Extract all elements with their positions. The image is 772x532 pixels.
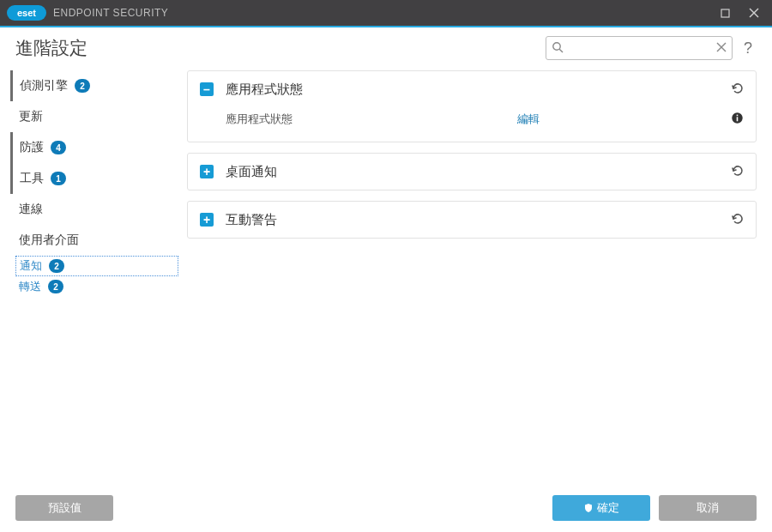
window-close-button[interactable] (739, 0, 769, 26)
defaults-button[interactable]: 預設值 (15, 495, 113, 521)
svg-text:eset: eset (17, 8, 36, 18)
badge: 2 (75, 79, 90, 93)
expand-icon[interactable]: + (200, 213, 214, 227)
collapse-icon[interactable]: – (200, 82, 214, 96)
cancel-button[interactable]: 取消 (659, 495, 757, 521)
svg-point-5 (553, 42, 560, 49)
brand-logo: eset (7, 5, 46, 21)
setting-row-app-status: 應用程式狀態 編輯 (226, 107, 744, 131)
badge: 4 (51, 141, 66, 154)
panel-header[interactable]: + 桌面通知 (188, 154, 756, 190)
undo-icon[interactable] (730, 164, 744, 180)
svg-line-6 (559, 49, 563, 52)
undo-icon[interactable] (730, 212, 744, 228)
sidebar-item-label: 連線 (19, 202, 43, 217)
panel-interactive-alerts: + 互動警告 (187, 201, 757, 239)
undo-icon[interactable] (730, 82, 744, 98)
sidebar-item-label: 更新 (19, 109, 43, 124)
badge: 2 (49, 259, 64, 273)
badge: 1 (51, 172, 66, 185)
panel-title: 桌面通知 (226, 164, 730, 180)
sidebar-item-connection[interactable]: 連線 (15, 194, 178, 225)
shield-icon (583, 503, 594, 513)
panel-body: 應用程式狀態 編輯 (188, 107, 756, 142)
window-maximize-button[interactable] (710, 0, 739, 26)
sidebar-subitem-forwarding[interactable]: 轉送 2 (15, 276, 178, 297)
sidebar-item-protection[interactable]: 防護 4 (10, 132, 178, 163)
sidebar-item-user-interface[interactable]: 使用者介面 (15, 225, 178, 256)
badge: 2 (48, 280, 63, 293)
footer: 預設值 確定 取消 (0, 484, 772, 532)
sidebar-item-update[interactable]: 更新 (15, 101, 178, 132)
ok-button[interactable]: 確定 (552, 495, 650, 521)
svg-rect-11 (737, 115, 739, 117)
sidebar-subitem-notifications[interactable]: 通知 2 (15, 256, 178, 276)
panel-desktop-notifications: + 桌面通知 (187, 153, 757, 190)
sidebar: 偵測引擎 2 更新 防護 4 工具 1 連線 使用者介面 通知 2 (15, 65, 187, 484)
sidebar-item-label: 防護 (20, 140, 44, 155)
sidebar-item-detection-engine[interactable]: 偵測引擎 2 (10, 70, 178, 101)
search-input[interactable] (564, 42, 716, 55)
expand-icon[interactable]: + (200, 165, 214, 178)
titlebar-title: ENDPOINT SECURITY (53, 7, 168, 19)
header-row: 進階設定 ? (0, 27, 772, 65)
sidebar-subitem-label: 轉送 (19, 279, 41, 294)
panel-header[interactable]: – 應用程式狀態 (188, 71, 756, 107)
svg-rect-10 (737, 117, 739, 121)
svg-rect-2 (721, 9, 729, 17)
search-box[interactable] (546, 36, 733, 60)
sidebar-item-tools[interactable]: 工具 1 (10, 163, 178, 194)
panel-header[interactable]: + 互動警告 (188, 202, 756, 238)
sidebar-item-label: 偵測引擎 (20, 78, 68, 94)
info-icon[interactable] (731, 112, 744, 127)
panels: – 應用程式狀態 應用程式狀態 編輯 (187, 65, 757, 484)
setting-label: 應用程式狀態 (226, 112, 517, 127)
titlebar: eset ENDPOINT SECURITY (0, 0, 772, 26)
panel-title: 互動警告 (226, 212, 730, 228)
help-button[interactable]: ? (739, 39, 757, 57)
sidebar-item-label: 工具 (20, 171, 44, 186)
page-title: 進階設定 (15, 36, 87, 60)
ok-button-label: 確定 (597, 500, 619, 516)
panel-app-status: – 應用程式狀態 應用程式狀態 編輯 (187, 70, 757, 142)
sidebar-item-label: 使用者介面 (19, 233, 79, 248)
edit-link[interactable]: 編輯 (517, 112, 540, 127)
sidebar-subitem-label: 通知 (20, 258, 42, 274)
clear-icon[interactable] (716, 42, 727, 55)
search-icon (552, 41, 564, 56)
panel-title: 應用程式狀態 (226, 82, 730, 98)
